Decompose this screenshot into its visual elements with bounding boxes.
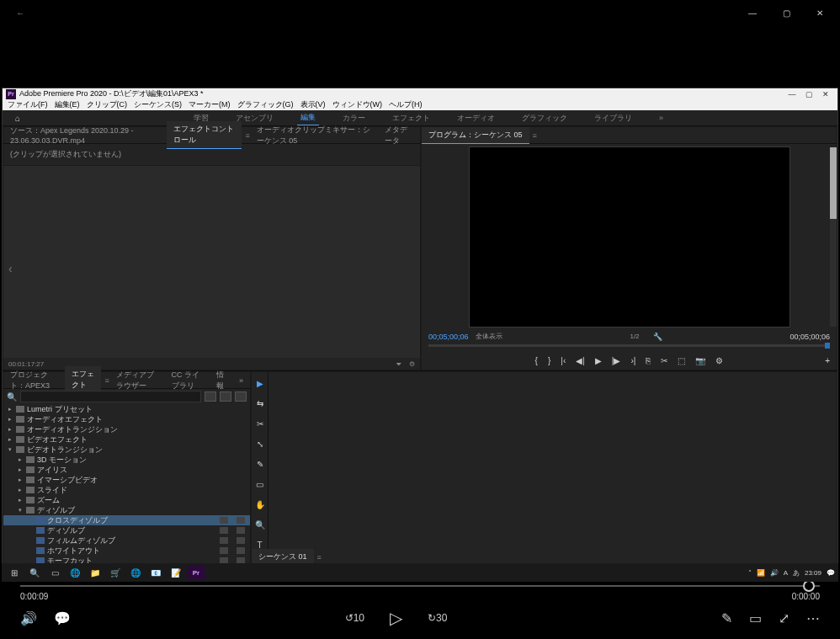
wrench-icon[interactable]: 🔧	[653, 333, 662, 341]
tray-clock[interactable]: 23:09	[805, 569, 821, 577]
lift-button[interactable]: ⎘	[646, 356, 651, 365]
menu-edit[interactable]: 編集(E)	[53, 99, 82, 110]
captions-icon[interactable]: 💬	[54, 610, 71, 626]
resolution-select[interactable]: 1/2	[630, 333, 639, 340]
workspace-audio[interactable]: オーディオ	[454, 111, 498, 125]
skip-forward-30-button[interactable]: ↻30	[428, 612, 447, 624]
start-button[interactable]: ⊞	[5, 565, 24, 580]
pr-close-button[interactable]: ✕	[817, 90, 834, 99]
zoom-select[interactable]: 全体表示	[476, 332, 502, 341]
pr-maximize-button[interactable]: ▢	[800, 90, 817, 99]
tree-item-ディゾルブ[interactable]: ディゾルブ	[3, 525, 250, 535]
effects-search-input[interactable]	[20, 391, 201, 402]
tab-program[interactable]: プログラム：シーケンス 05	[422, 127, 529, 144]
menu-window[interactable]: ウィンドウ(W)	[331, 99, 385, 110]
tree-item-3D モーション[interactable]: ▸3D モーション	[3, 455, 250, 465]
tray-volume-icon[interactable]: 🔊	[770, 569, 779, 577]
filter-icon[interactable]: ⏷	[396, 360, 402, 368]
skip-back-10-button[interactable]: ↺10	[345, 612, 364, 624]
outer-maximize-button[interactable]: ▢	[769, 0, 803, 25]
taskbar-app-edge[interactable]: 🌐	[66, 565, 84, 580]
menu-sequence[interactable]: シーケンス(S)	[132, 99, 183, 110]
step-back-button[interactable]: ◀|	[576, 356, 585, 365]
seek-knob[interactable]	[803, 580, 815, 592]
disclosure-arrow[interactable]: ▸	[7, 406, 13, 413]
timeline-tool-2[interactable]: ✂	[254, 418, 266, 429]
tree-item-オーディオエフェクト[interactable]: ▸オーディオエフェクト	[3, 414, 250, 424]
workspace-graphics[interactable]: グラフィック	[518, 111, 571, 125]
badge-yuv[interactable]	[235, 391, 247, 402]
menu-clip[interactable]: クリップ(C)	[85, 99, 130, 110]
tray-network-icon[interactable]: 📶	[757, 569, 765, 577]
tree-item-アイリス[interactable]: ▸アイリス	[3, 465, 250, 475]
timeline-panel-menu-icon[interactable]: ≡	[317, 553, 322, 562]
edit-icon[interactable]: ✎	[721, 610, 732, 626]
fullscreen-icon[interactable]: ⤢	[779, 610, 789, 626]
volume-icon[interactable]: 🔊	[20, 610, 37, 626]
timeline-tool-6[interactable]: ✋	[254, 498, 266, 510]
badge-accelerated[interactable]	[205, 391, 216, 402]
taskbar-app-mail[interactable]: 📧	[146, 565, 165, 580]
tree-item-スライド[interactable]: ▸スライド	[3, 485, 250, 495]
taskbar-search[interactable]: 🔍	[25, 565, 44, 580]
disclosure-arrow[interactable]: ▸	[7, 426, 13, 433]
program-timecode-left[interactable]: 00;05;00;06	[428, 333, 469, 341]
program-view[interactable]	[422, 144, 837, 330]
menu-help[interactable]: ヘルプ(H)	[387, 99, 424, 110]
taskbar-app-premiere[interactable]: Pr	[187, 565, 205, 580]
disclosure-arrow[interactable]: ▸	[17, 456, 24, 463]
tree-item-ディゾルブ[interactable]: ▾ディゾルブ	[3, 505, 250, 515]
tray-ime[interactable]: A	[784, 569, 788, 577]
tree-item-オーディオトランジション[interactable]: ▸オーディオトランジション	[3, 424, 250, 434]
tree-item-イマーシブビデオ[interactable]: ▸イマーシブビデオ	[3, 475, 250, 485]
menu-view[interactable]: 表示(V)	[299, 99, 327, 110]
outer-close-button[interactable]: ✕	[803, 0, 837, 25]
mark-out-button[interactable]: }	[548, 356, 550, 365]
tray-overflow[interactable]: ˄	[748, 569, 752, 577]
tree-item-クロスディゾルブ[interactable]: クロスディゾルブ	[3, 515, 250, 525]
settings-button[interactable]: ⚙	[715, 356, 723, 365]
snapshot-button[interactable]: 📷	[695, 356, 705, 365]
tree-item-ズーム[interactable]: ▸ズーム	[3, 495, 250, 505]
more-icon[interactable]: ⋯	[806, 610, 820, 626]
disclosure-arrow[interactable]: ▸	[17, 466, 24, 473]
timeline-tool-0[interactable]: ▶	[254, 377, 266, 389]
menu-file[interactable]: ファイル(F)	[6, 99, 50, 110]
timeline-tool-1[interactable]: ⇆	[254, 397, 266, 409]
miniplayer-icon[interactable]: ▭	[749, 610, 762, 626]
media-seek-slider[interactable]	[20, 583, 820, 588]
workspace-overflow[interactable]: »	[656, 112, 667, 124]
disclosure-arrow[interactable]: ▸	[17, 497, 24, 503]
disclosure-arrow[interactable]: ▸	[17, 477, 24, 483]
disclosure-arrow[interactable]: ▾	[7, 446, 13, 453]
taskbar-app-chrome[interactable]: 🌐	[126, 565, 145, 580]
taskbar-app-notes[interactable]: 📝	[167, 565, 185, 580]
pr-minimize-button[interactable]: —	[784, 90, 800, 99]
program-vscroll[interactable]	[830, 147, 837, 327]
tree-item-ビデオエフェクト[interactable]: ▸ビデオエフェクト	[3, 434, 250, 445]
tree-item-ビデオトランジション[interactable]: ▾ビデオトランジション	[3, 445, 250, 455]
badge-32bit[interactable]	[220, 391, 231, 402]
tab-overflow[interactable]: »	[232, 374, 250, 387]
task-view-button[interactable]: ▭	[45, 565, 64, 580]
mark-in-button[interactable]: {	[535, 356, 538, 365]
taskbar-app-explorer[interactable]: 📁	[86, 565, 104, 580]
tree-item-Lumetri プリセット[interactable]: ▸Lumetri プリセット	[3, 404, 250, 414]
tool-icon[interactable]: ⚙	[409, 360, 415, 368]
tree-item-フィルムディゾルブ[interactable]: フィルムディゾルブ	[3, 535, 250, 546]
disclosure-arrow[interactable]: ▸	[7, 436, 13, 443]
taskbar-app-store[interactable]: 🛒	[106, 565, 125, 580]
step-forward-button[interactable]: |▶	[612, 356, 621, 365]
program-panel-menu-icon[interactable]: ≡	[533, 131, 537, 140]
disclosure-arrow[interactable]: ▾	[17, 507, 24, 514]
workspace-library[interactable]: ライブラリ	[591, 111, 635, 125]
tray-lang[interactable]: あ	[793, 568, 800, 578]
menu-marker[interactable]: マーカー(M)	[187, 99, 232, 110]
play-button[interactable]: ▶	[595, 356, 602, 365]
menu-graphics[interactable]: グラフィック(G)	[236, 99, 295, 110]
disclosure-arrow[interactable]: ▸	[7, 416, 13, 423]
outer-minimize-button[interactable]: —	[736, 0, 769, 25]
export-frame-button[interactable]: ⬚	[678, 356, 685, 365]
tree-item-ホワイトアウト[interactable]: ホワイトアウト	[3, 546, 250, 556]
timeline-tool-3[interactable]: ⤡	[254, 438, 266, 450]
